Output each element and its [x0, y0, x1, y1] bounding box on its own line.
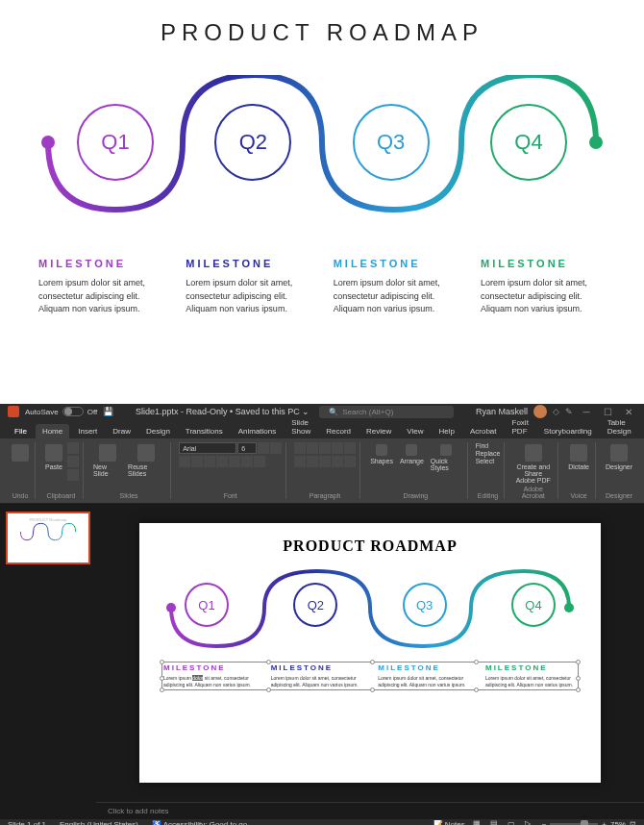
diamond-icon[interactable]: ◇: [553, 407, 559, 416]
language-status[interactable]: English (United States): [60, 820, 138, 826]
zoom-out-button[interactable]: −: [542, 820, 547, 826]
slideshow-view-icon[interactable]: ▷: [525, 819, 534, 825]
ribbon: Undo Paste Clipboard New Slide Reuse Sli…: [0, 438, 644, 504]
tab-review[interactable]: Review: [359, 424, 398, 438]
align-left-button[interactable]: [294, 456, 306, 467]
tab-record[interactable]: Record: [319, 424, 358, 438]
slide-milestone-4[interactable]: MILESTONE Lorem ipsum dolor sit amet, co…: [485, 663, 577, 688]
designer-button[interactable]: Designer: [604, 442, 634, 472]
tab-home[interactable]: Home: [36, 424, 69, 438]
notes-toggle[interactable]: 📝 Notes: [433, 820, 465, 826]
autosave-state: Off: [87, 408, 98, 416]
acrobat-button[interactable]: Create and Share Adobe PDF: [512, 442, 554, 486]
font-name-select[interactable]: [179, 442, 236, 454]
tab-transitions[interactable]: Transitions: [179, 424, 230, 438]
slide-count[interactable]: Slide 1 of 1: [8, 820, 46, 826]
slide-milestone-1[interactable]: MILESTONE Lorem ipsum dolor sit amet, co…: [163, 663, 255, 688]
resize-handle[interactable]: [370, 688, 375, 692]
pen-icon[interactable]: ✎: [565, 407, 573, 416]
dictate-button[interactable]: Dictate: [566, 442, 591, 472]
tab-foxit[interactable]: Foxit PDF: [506, 415, 535, 438]
slide-milestone-2[interactable]: MILESTONE Lorem ipsum dolor sit amet, co…: [271, 663, 362, 688]
tab-acrobat[interactable]: Acrobat: [463, 424, 504, 438]
autosave-toggle[interactable]: AutoSave Off: [25, 407, 97, 416]
tab-design[interactable]: Design: [139, 424, 177, 438]
replace-button[interactable]: Replace: [476, 450, 501, 457]
tab-file[interactable]: File: [8, 424, 34, 438]
format-painter-button[interactable]: [67, 469, 79, 481]
find-button[interactable]: Find: [476, 442, 489, 449]
strike-button[interactable]: [216, 456, 228, 467]
justify-button[interactable]: [332, 456, 343, 467]
shapes-button[interactable]: Shapes: [368, 442, 395, 466]
tab-animations[interactable]: Animations: [232, 424, 284, 438]
underline-button[interactable]: [204, 456, 215, 467]
line-spacing-button[interactable]: [344, 442, 356, 454]
reuse-slides-button[interactable]: Reuse Slides: [126, 442, 166, 479]
align-center-button[interactable]: [307, 456, 318, 467]
tab-layout[interactable]: Layout: [640, 424, 644, 438]
quick-styles-button[interactable]: Quick Styles: [429, 442, 463, 473]
tab-tabledesign[interactable]: Table Design: [601, 415, 638, 438]
slide-q2[interactable]: Q2: [293, 583, 337, 627]
search-input[interactable]: 🔍 Search (Alt+Q): [319, 406, 454, 418]
tab-slideshow[interactable]: Slide Show: [285, 415, 317, 438]
arrange-button[interactable]: Arrange: [398, 442, 426, 466]
shrink-font-button[interactable]: [270, 442, 282, 454]
fit-button[interactable]: ⊡: [630, 820, 636, 826]
font-color-button[interactable]: [254, 456, 265, 467]
bold-button[interactable]: [179, 456, 190, 467]
slide-title[interactable]: PRODUCT ROADMAP: [163, 538, 577, 555]
align-right-button[interactable]: [319, 456, 331, 467]
numbering-button[interactable]: [307, 442, 318, 454]
slide-q1[interactable]: Q1: [185, 583, 229, 627]
avatar[interactable]: [533, 405, 547, 418]
slide-q3[interactable]: Q3: [403, 583, 447, 627]
tab-help[interactable]: Help: [432, 424, 460, 438]
zoom-in-button[interactable]: +: [602, 820, 607, 826]
indent-inc-button[interactable]: [332, 442, 343, 454]
reading-view-icon[interactable]: ▭: [508, 819, 517, 825]
spacing-button[interactable]: [241, 456, 253, 467]
italic-button[interactable]: [191, 456, 203, 467]
canvas-scroll[interactable]: PRODUCT ROADMAP Q1 Q2 Q3 Q4: [96, 504, 644, 802]
milestone-title: MILESTONE: [38, 258, 163, 269]
new-slide-button[interactable]: New Slide: [91, 442, 123, 479]
sorter-view-icon[interactable]: ▤: [490, 819, 500, 825]
undo-button[interactable]: [10, 442, 31, 463]
tab-view[interactable]: View: [400, 424, 430, 438]
document-title[interactable]: Slide1.pptx - Read-Only • Saved to this …: [136, 407, 310, 416]
columns-button[interactable]: [344, 456, 356, 467]
accessibility-status[interactable]: ♿ Accessibility: Good to go: [152, 820, 247, 826]
slide-milestone-row[interactable]: MILESTONE Lorem ipsum dolor sit amet, co…: [163, 663, 577, 688]
resize-handle[interactable]: [474, 688, 479, 692]
normal-view-icon[interactable]: ▦: [473, 819, 483, 825]
paste-button[interactable]: Paste: [43, 442, 64, 472]
save-icon[interactable]: 💾: [103, 407, 113, 416]
font-size-select[interactable]: [237, 442, 257, 454]
bullets-button[interactable]: [294, 442, 306, 454]
select-button[interactable]: Select: [476, 458, 494, 464]
tab-storyboarding[interactable]: Storyboarding: [537, 424, 599, 438]
zoom-level[interactable]: 75%: [610, 820, 626, 826]
resize-handle[interactable]: [474, 660, 479, 664]
copy-button[interactable]: [67, 456, 79, 467]
slide-wave[interactable]: Q1 Q2 Q3 Q4: [163, 569, 577, 656]
slide-thumbnail[interactable]: PRODUCT Roadmap: [6, 512, 90, 564]
minimize-button[interactable]: ─: [579, 404, 594, 419]
slide-canvas[interactable]: PRODUCT ROADMAP Q1 Q2 Q3 Q4: [139, 523, 601, 783]
cut-button[interactable]: [67, 442, 79, 454]
acrobat-label: Adobe Acrobat: [512, 486, 554, 499]
thumbnail-panel[interactable]: 1 PRODUCT Roadmap: [0, 504, 96, 819]
grow-font-button[interactable]: [258, 442, 269, 454]
indent-dec-button[interactable]: [319, 442, 331, 454]
slide-milestone-3[interactable]: MILESTONE Lorem ipsum dolor sit amet, co…: [378, 663, 469, 688]
zoom-control[interactable]: − + 75% ⊡: [542, 820, 636, 826]
shadow-button[interactable]: [229, 456, 240, 467]
toggle-icon[interactable]: [62, 407, 84, 416]
tab-insert[interactable]: Insert: [71, 424, 104, 438]
resize-handle[interactable]: [370, 660, 375, 664]
slide-q4[interactable]: Q4: [511, 583, 556, 627]
tab-draw[interactable]: Draw: [106, 424, 137, 438]
notes-pane[interactable]: Click to add notes: [96, 802, 644, 819]
